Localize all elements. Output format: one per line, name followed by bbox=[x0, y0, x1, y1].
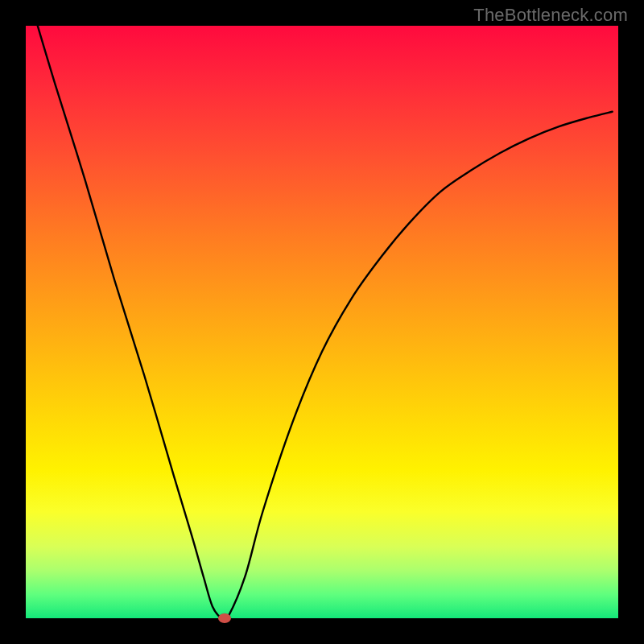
chart-frame: TheBottleneck.com bbox=[0, 0, 644, 644]
bottleneck-curve bbox=[38, 26, 613, 618]
watermark-text: TheBottleneck.com bbox=[473, 5, 628, 26]
curve-svg bbox=[26, 26, 618, 618]
plot-area bbox=[26, 26, 618, 618]
optimum-marker bbox=[218, 613, 231, 623]
